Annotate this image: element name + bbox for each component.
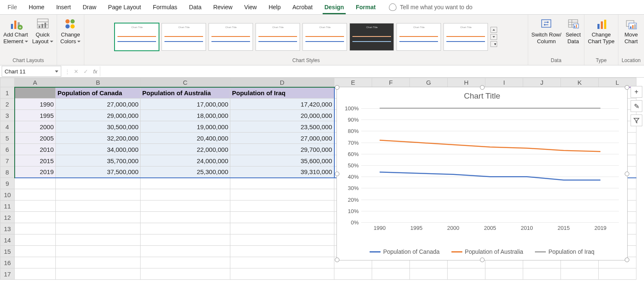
row-header-12[interactable]: 12 [0, 212, 15, 223]
chart-style-7[interactable]: Chart Title [396, 23, 441, 51]
cell-D5[interactable]: 27,000,000 [230, 133, 334, 144]
row-header-6[interactable]: 6 [0, 144, 15, 155]
plot-area[interactable]: 0%10%20%30%40%50%60%70%80%90%100% 199019… [361, 108, 619, 222]
fx-icon[interactable]: fx [93, 68, 97, 75]
cell-A3[interactable]: 1995 [15, 110, 56, 121]
chart-style-5[interactable]: Chart Title [302, 23, 347, 51]
row-header-13[interactable]: 13 [0, 223, 15, 234]
cell-B15[interactable] [56, 246, 141, 257]
cell-B12[interactable] [56, 212, 141, 223]
chart-style-3[interactable]: Chart Title [209, 23, 253, 51]
row-header-17[interactable]: 17 [0, 268, 15, 280]
series-line[interactable] [380, 172, 600, 180]
cell-D9[interactable] [230, 178, 334, 189]
cell-C14[interactable] [141, 234, 230, 246]
cell-C5[interactable]: 20,400,000 [141, 133, 230, 144]
cell-D16[interactable] [230, 257, 334, 268]
cell-B9[interactable] [56, 178, 141, 189]
col-header-A[interactable]: A [15, 78, 56, 87]
cell-A16[interactable] [15, 257, 56, 268]
chart-filter-button[interactable] [631, 115, 642, 126]
col-header-B[interactable]: B [56, 78, 141, 87]
cell-D6[interactable]: 29,700,000 [230, 144, 334, 155]
cell-G17[interactable] [410, 268, 448, 280]
cell-B13[interactable] [56, 223, 141, 234]
row-header-1[interactable]: 1 [0, 87, 15, 99]
resize-handle[interactable] [335, 85, 339, 90]
cell-D1[interactable]: Population of Iraq [230, 87, 334, 99]
add-chart-element-button[interactable]: + Add Chart Element [3, 16, 28, 44]
move-chart-button[interactable]: Move Chart [624, 16, 638, 44]
cell-D8[interactable]: 39,310,000 [230, 167, 334, 178]
cell-A4[interactable]: 2000 [15, 121, 56, 133]
cell-A15[interactable] [15, 246, 56, 257]
series-line[interactable] [380, 140, 600, 151]
row-header-8[interactable]: 8 [0, 167, 15, 178]
cell-C7[interactable]: 24,000,000 [141, 155, 230, 167]
tab-help[interactable]: Help [263, 0, 287, 14]
cell-B10[interactable] [56, 189, 141, 200]
tab-home[interactable]: Home [23, 0, 50, 14]
col-header-C[interactable]: C [141, 78, 230, 87]
cell-C13[interactable] [141, 223, 230, 234]
row-header-4[interactable]: 4 [0, 121, 15, 133]
cell-B11[interactable] [56, 200, 141, 212]
cell-C2[interactable]: 17,000,000 [141, 99, 230, 110]
cell-B2[interactable]: 27,000,000 [56, 99, 141, 110]
col-header-H[interactable]: H [448, 78, 485, 87]
cell-C3[interactable]: 18,000,000 [141, 110, 230, 121]
cell-B5[interactable]: 32,200,000 [56, 133, 141, 144]
cell-C8[interactable]: 25,300,000 [141, 167, 230, 178]
cell-D10[interactable] [230, 189, 334, 200]
formula-input[interactable] [100, 66, 644, 76]
cell-C15[interactable] [141, 246, 230, 257]
cell-L17[interactable] [599, 268, 636, 280]
resize-handle[interactable] [480, 258, 485, 262]
cell-C17[interactable] [141, 268, 230, 280]
cell-A14[interactable] [15, 234, 56, 246]
chart-styles-button[interactable]: ✎ [631, 100, 642, 112]
chart-style-6[interactable]: Chart Title [349, 23, 394, 51]
cell-C11[interactable] [141, 200, 230, 212]
cell-A9[interactable] [15, 178, 56, 189]
cell-A7[interactable]: 2015 [15, 155, 56, 167]
select-data-button[interactable]: Select Data [566, 16, 581, 44]
tell-me[interactable]: Tell me what you want to do [389, 3, 472, 11]
chart-legend[interactable]: Population of CanadaPopulation of Austra… [337, 248, 627, 255]
chart-elements-button[interactable]: + [631, 86, 642, 98]
row-header-7[interactable]: 7 [0, 155, 15, 167]
tab-review[interactable]: Review [207, 0, 238, 14]
row-header-16[interactable]: 16 [0, 257, 15, 268]
row-header-5[interactable]: 5 [0, 133, 15, 144]
cell-B4[interactable]: 30,500,000 [56, 121, 141, 133]
chart-style-1[interactable]: Chart Title [115, 23, 159, 51]
chart-object[interactable]: Chart Title 0%10%20%30%40%50%60%70%80%90… [336, 87, 628, 260]
resize-handle[interactable] [480, 85, 485, 90]
styles-more[interactable]: ▾ [490, 41, 497, 47]
select-all-cell[interactable] [0, 78, 15, 87]
chart-style-8[interactable]: Chart Title [443, 23, 488, 51]
switch-row-column-button[interactable]: Switch Row/ Column [532, 16, 562, 44]
tab-page-layout[interactable]: Page Layout [102, 0, 147, 14]
legend-item[interactable]: Population of Canada [370, 248, 440, 255]
col-header-F[interactable]: F [372, 78, 410, 87]
legend-item[interactable]: Population of Australia [451, 248, 523, 255]
styles-scroll-down[interactable] [490, 34, 497, 40]
cell-C10[interactable] [141, 189, 230, 200]
tab-draw[interactable]: Draw [77, 0, 102, 14]
cell-J17[interactable] [523, 268, 561, 280]
cell-B7[interactable]: 35,700,000 [56, 155, 141, 167]
row-header-3[interactable]: 3 [0, 110, 15, 121]
cell-D7[interactable]: 35,600,000 [230, 155, 334, 167]
cell-K17[interactable] [561, 268, 599, 280]
enter-formula-icon[interactable]: ✓ [83, 68, 88, 75]
cell-E17[interactable] [334, 268, 372, 280]
row-header-15[interactable]: 15 [0, 246, 15, 257]
resize-handle[interactable] [335, 258, 339, 262]
tab-acrobat[interactable]: Acrobat [287, 0, 318, 14]
cell-B3[interactable]: 29,000,000 [56, 110, 141, 121]
cell-D13[interactable] [230, 223, 334, 234]
cell-A17[interactable] [15, 268, 56, 280]
cell-D11[interactable] [230, 200, 334, 212]
cell-A5[interactable]: 2005 [15, 133, 56, 144]
